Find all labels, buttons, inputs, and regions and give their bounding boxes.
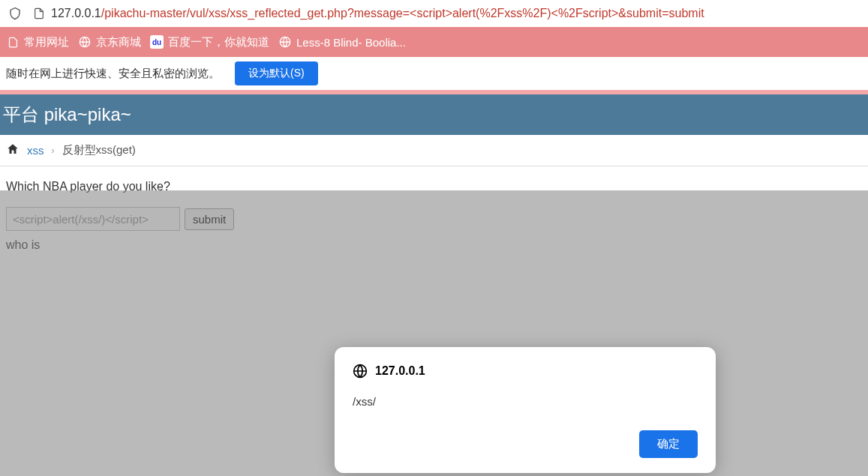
page-icon xyxy=(6,35,20,49)
baidu-icon: du xyxy=(150,35,164,49)
globe-icon xyxy=(278,35,292,49)
set-default-button[interactable]: 设为默认(S) xyxy=(235,61,318,85)
page-header: 平台 pika~pika~ xyxy=(0,94,868,135)
page-title: 平台 pika~pika~ xyxy=(3,103,131,127)
bookmark-baidu[interactable]: du 百度一下，你就知道 xyxy=(150,35,269,49)
bookmark-jd[interactable]: 京东商城 xyxy=(78,35,141,49)
alert-dialog: 127.0.0.1 /xss/ 确定 xyxy=(335,347,716,473)
alert-actions: 确定 xyxy=(353,430,698,458)
alert-message: /xss/ xyxy=(353,395,698,408)
breadcrumb: xss › 反射型xss(get) xyxy=(0,135,868,166)
alert-header: 127.0.0.1 xyxy=(353,364,698,379)
globe-icon xyxy=(78,35,92,49)
url-bar: 127.0.0.1/pikachu-master/vul/xss/xss_ref… xyxy=(0,0,868,27)
default-browser-infobar: 随时在网上进行快速、安全且私密的浏览。 设为默认(S) xyxy=(0,57,868,90)
url-path: /pikachu-master/vul/xss/xss_reflected_ge… xyxy=(101,7,704,19)
url-text[interactable]: 127.0.0.1/pikachu-master/vul/xss/xss_ref… xyxy=(51,7,704,20)
bookmarks-bar: 常用网址 京东商城 du 百度一下，你就知道 Less-8 Blind- Boo… xyxy=(0,27,868,57)
url-host: 127.0.0.1 xyxy=(51,7,101,19)
alert-host: 127.0.0.1 xyxy=(375,364,425,378)
bookmark-label: 百度一下，你就知道 xyxy=(168,35,269,49)
breadcrumb-current: 反射型xss(get) xyxy=(62,143,136,157)
chevron-right-icon: › xyxy=(52,145,55,156)
bookmark-label: 京东商城 xyxy=(96,35,141,49)
bookmark-label: Less-8 Blind- Boolia... xyxy=(296,36,406,49)
bookmark-common[interactable]: 常用网址 xyxy=(6,35,69,49)
page-icon[interactable] xyxy=(32,6,47,21)
shield-icon[interactable] xyxy=(8,6,23,21)
globe-icon xyxy=(353,364,368,379)
bookmark-less8[interactable]: Less-8 Blind- Boolia... xyxy=(278,35,406,49)
bookmark-label: 常用网址 xyxy=(24,35,69,49)
home-icon[interactable] xyxy=(6,142,20,159)
alert-ok-button[interactable]: 确定 xyxy=(639,430,698,458)
infobar-text: 随时在网上进行快速、安全且私密的浏览。 xyxy=(6,67,220,81)
breadcrumb-link-xss[interactable]: xss xyxy=(27,144,44,157)
